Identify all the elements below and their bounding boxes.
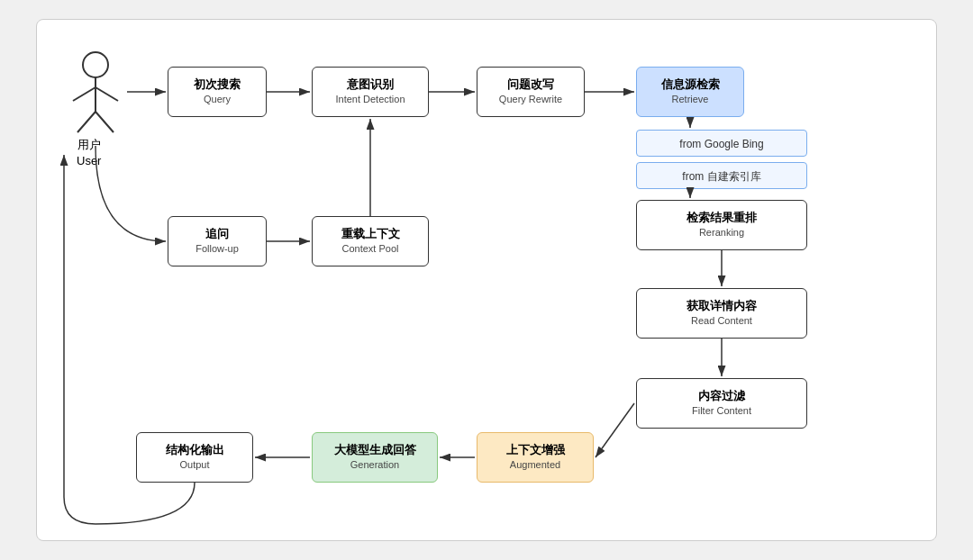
node-reranking: 检索结果重排 Reranking (636, 200, 807, 250)
node-read: 获取详情内容 Read Content (636, 288, 807, 339)
node-context: 重载上下文 Context Pool (312, 216, 429, 266)
node-filter: 内容过滤 Filter Content (636, 378, 807, 429)
user-stickman (64, 47, 127, 137)
node-followup: 追问 Follow-up (168, 216, 267, 266)
source-self-index: from 自建索引库 (636, 162, 807, 189)
node-query: 初次搜索 Query (168, 67, 267, 117)
svg-line-3 (95, 87, 118, 101)
svg-line-5 (95, 112, 114, 132)
node-augmented: 上下文增强 Augmented (477, 432, 594, 483)
svg-line-2 (73, 87, 95, 101)
diagram: 用户 User 初次搜索 Query 意图识别 Intent Detection… (36, 19, 937, 541)
svg-line-15 (596, 403, 634, 457)
node-retrieve: 信息源检索 Retrieve (636, 67, 744, 117)
node-output: 结构化输出 Output (136, 432, 253, 483)
node-generation: 大模型生成回答 Generation (312, 432, 438, 483)
user-label: 用户 User (77, 137, 101, 169)
node-rewrite: 问题改写 Query Rewrite (477, 67, 585, 117)
svg-point-0 (83, 52, 108, 77)
svg-line-4 (77, 112, 95, 132)
node-intent: 意图识别 Intent Detection (312, 67, 429, 117)
source-google-bing: from Google Bing (636, 130, 807, 157)
